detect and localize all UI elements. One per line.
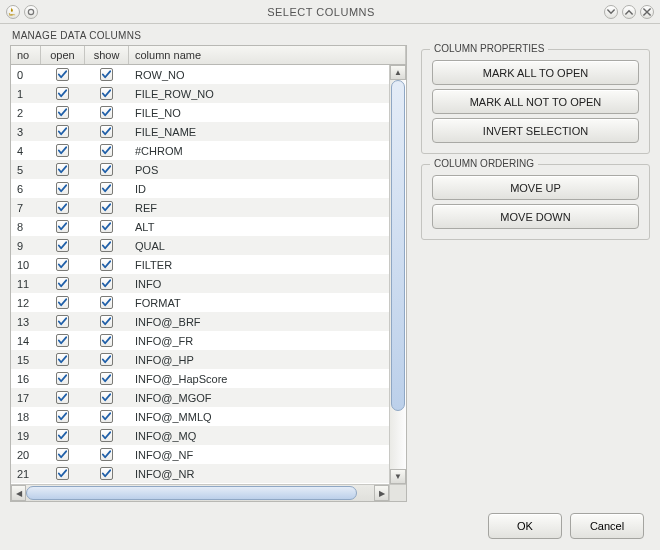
scroll-left-icon[interactable]: ◀ — [11, 485, 26, 501]
table-row[interactable]: 11INFO — [11, 274, 389, 293]
table-row[interactable]: 7REF — [11, 198, 389, 217]
table-row[interactable]: 12FORMAT — [11, 293, 389, 312]
th-open[interactable]: open — [41, 46, 85, 64]
checkbox-open[interactable] — [56, 353, 69, 366]
cell-open[interactable] — [41, 239, 85, 252]
checkbox-open[interactable] — [56, 87, 69, 100]
scroll-up-icon[interactable]: ▲ — [390, 65, 406, 80]
checkbox-show[interactable] — [100, 353, 113, 366]
cell-open[interactable] — [41, 125, 85, 138]
checkbox-open[interactable] — [56, 144, 69, 157]
mark-all-open-button[interactable]: MARK ALL TO OPEN — [432, 60, 639, 85]
table-row[interactable]: 16INFO@_HapScore — [11, 369, 389, 388]
cell-show[interactable] — [85, 106, 129, 119]
checkbox-show[interactable] — [100, 410, 113, 423]
checkbox-show[interactable] — [100, 448, 113, 461]
invert-selection-button[interactable]: INVERT SELECTION — [432, 118, 639, 143]
table-row[interactable]: 5POS — [11, 160, 389, 179]
checkbox-open[interactable] — [56, 429, 69, 442]
cell-open[interactable] — [41, 448, 85, 461]
cell-open[interactable] — [41, 410, 85, 423]
cell-open[interactable] — [41, 353, 85, 366]
cancel-button[interactable]: Cancel — [570, 513, 644, 539]
table-row[interactable]: 6ID — [11, 179, 389, 198]
cell-open[interactable] — [41, 315, 85, 328]
checkbox-open[interactable] — [56, 467, 69, 480]
checkbox-open[interactable] — [56, 296, 69, 309]
checkbox-show[interactable] — [100, 68, 113, 81]
cell-show[interactable] — [85, 410, 129, 423]
checkbox-open[interactable] — [56, 182, 69, 195]
cell-show[interactable] — [85, 429, 129, 442]
table-row[interactable]: 0ROW_NO — [11, 65, 389, 84]
cell-show[interactable] — [85, 448, 129, 461]
checkbox-open[interactable] — [56, 106, 69, 119]
th-no[interactable]: no — [11, 46, 41, 64]
table-row[interactable]: 14INFO@_FR — [11, 331, 389, 350]
cell-show[interactable] — [85, 353, 129, 366]
cell-open[interactable] — [41, 144, 85, 157]
scroll-right-icon[interactable]: ▶ — [374, 485, 389, 501]
cell-open[interactable] — [41, 106, 85, 119]
checkbox-show[interactable] — [100, 391, 113, 404]
checkbox-show[interactable] — [100, 277, 113, 290]
checkbox-show[interactable] — [100, 296, 113, 309]
cell-open[interactable] — [41, 201, 85, 214]
checkbox-open[interactable] — [56, 448, 69, 461]
table-row[interactable]: 8ALT — [11, 217, 389, 236]
cell-open[interactable] — [41, 334, 85, 347]
checkbox-open[interactable] — [56, 201, 69, 214]
scroll-down-icon[interactable]: ▼ — [390, 469, 406, 484]
cell-show[interactable] — [85, 182, 129, 195]
move-up-button[interactable]: MOVE UP — [432, 175, 639, 200]
cell-show[interactable] — [85, 125, 129, 138]
checkbox-open[interactable] — [56, 315, 69, 328]
checkbox-show[interactable] — [100, 106, 113, 119]
cell-open[interactable] — [41, 182, 85, 195]
table-row[interactable]: 20INFO@_NF — [11, 445, 389, 464]
cell-show[interactable] — [85, 87, 129, 100]
hscroll-thumb[interactable] — [26, 486, 357, 500]
checkbox-show[interactable] — [100, 239, 113, 252]
cell-open[interactable] — [41, 163, 85, 176]
cell-show[interactable] — [85, 258, 129, 271]
cell-show[interactable] — [85, 296, 129, 309]
horizontal-scrollbar[interactable]: ◀ ▶ — [11, 484, 389, 501]
checkbox-show[interactable] — [100, 258, 113, 271]
checkbox-show[interactable] — [100, 163, 113, 176]
minimize-icon[interactable] — [604, 5, 618, 19]
cell-open[interactable] — [41, 391, 85, 404]
checkbox-open[interactable] — [56, 220, 69, 233]
move-down-button[interactable]: MOVE DOWN — [432, 204, 639, 229]
checkbox-show[interactable] — [100, 144, 113, 157]
checkbox-open[interactable] — [56, 334, 69, 347]
checkbox-show[interactable] — [100, 220, 113, 233]
cell-open[interactable] — [41, 220, 85, 233]
checkbox-show[interactable] — [100, 334, 113, 347]
cell-show[interactable] — [85, 467, 129, 480]
th-show[interactable]: show — [85, 46, 129, 64]
checkbox-open[interactable] — [56, 68, 69, 81]
table-row[interactable]: 10FILTER — [11, 255, 389, 274]
table-row[interactable]: 13INFO@_BRF — [11, 312, 389, 331]
table-row[interactable]: 21INFO@_NR — [11, 464, 389, 483]
cell-show[interactable] — [85, 372, 129, 385]
checkbox-show[interactable] — [100, 125, 113, 138]
cell-open[interactable] — [41, 87, 85, 100]
checkbox-open[interactable] — [56, 258, 69, 271]
cell-show[interactable] — [85, 391, 129, 404]
cell-show[interactable] — [85, 201, 129, 214]
maximize-icon[interactable] — [622, 5, 636, 19]
vertical-scrollbar[interactable]: ▲ ▼ — [389, 65, 406, 484]
table-row[interactable]: 15INFO@_HP — [11, 350, 389, 369]
table-row[interactable]: 3FILE_NAME — [11, 122, 389, 141]
checkbox-show[interactable] — [100, 201, 113, 214]
checkbox-show[interactable] — [100, 87, 113, 100]
checkbox-open[interactable] — [56, 391, 69, 404]
table-row[interactable]: 4#CHROM — [11, 141, 389, 160]
cell-open[interactable] — [41, 68, 85, 81]
checkbox-open[interactable] — [56, 410, 69, 423]
cell-open[interactable] — [41, 429, 85, 442]
th-name[interactable]: column name — [129, 46, 406, 64]
table-row[interactable]: 18INFO@_MMLQ — [11, 407, 389, 426]
